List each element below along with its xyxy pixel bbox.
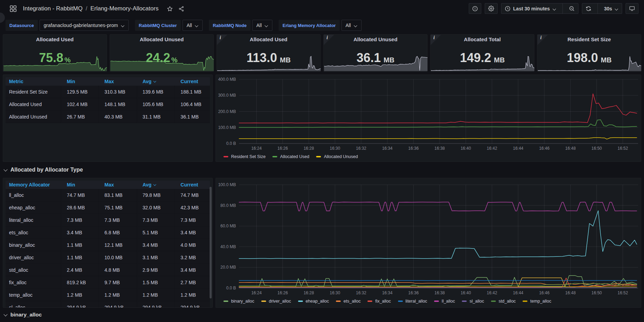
chevron-down-icon	[121, 24, 125, 27]
refresh-button[interactable]	[582, 3, 595, 14]
table-cell: 7.3 MB	[137, 214, 175, 226]
column-header-avg[interactable]: Avg	[137, 182, 175, 188]
stat-value-unit: MB	[601, 52, 611, 64]
refresh-group: 30s	[582, 3, 622, 14]
panel-info-corner[interactable]: i	[537, 35, 548, 45]
svg-text:16:34: 16:34	[382, 290, 392, 295]
svg-text:16:46: 16:46	[539, 290, 550, 295]
legend-item-ll_alloc[interactable]: ll_alloc	[434, 299, 455, 304]
table-cell: 1.1 MB	[61, 239, 99, 251]
column-header-min[interactable]: Min	[61, 79, 99, 84]
legend-series-swatch	[367, 301, 372, 302]
panel-info-corner[interactable]: i	[324, 35, 334, 45]
chart-plot[interactable]: 0.0 B100.0 MB200.0 MB300.0 MB400.0 MB16:…	[216, 75, 641, 162]
section-row-binary_alloc[interactable]: binary_alloc	[3, 312, 42, 318]
legend-item-allocated-used[interactable]: Allocated Used	[272, 154, 309, 159]
stat-value-number: 24.2	[146, 51, 170, 65]
legend-series-label: driver_alloc	[269, 299, 291, 304]
star-icon[interactable]	[167, 6, 173, 12]
table-row: sl_alloc294.9 kB294.9 kB294.9 kB294.9 kB	[6, 301, 210, 307]
table-scrollbar[interactable]	[210, 187, 212, 298]
table-row: eheap_alloc28.6 MB75.1 MB32.0 MB42.3 MB	[6, 201, 210, 214]
dashboard-insights-button[interactable]	[469, 3, 481, 14]
chevron-down-icon	[3, 313, 8, 317]
stat-value-unit: MB	[383, 52, 394, 64]
column-header-current[interactable]: Current	[175, 182, 210, 188]
apps-grid-icon[interactable]	[10, 5, 17, 12]
variable-value-dropdown[interactable]: All	[252, 20, 273, 31]
variable-label[interactable]: RabbitMQ Node	[209, 20, 251, 31]
column-header-label: Min	[67, 182, 75, 188]
table-cell-value: 32.0 MB	[143, 205, 161, 210]
allocator-table-panel: Memory AllocatorMinMaxAvgCurrentll_alloc…	[3, 178, 213, 308]
breadcrumb-parent-link[interactable]: Integration - RabbitMQ	[23, 5, 83, 12]
chart-plot[interactable]: 0.0 B20.0 MB40.0 MB60.0 MB80.0 MB100.0 M…	[216, 178, 641, 307]
legend-item-temp_alloc[interactable]: temp_alloc	[523, 299, 551, 304]
column-header-memory-allocator[interactable]: Memory Allocator	[6, 182, 61, 188]
share-icon[interactable]	[178, 6, 184, 12]
column-header-current[interactable]: Current	[175, 79, 210, 84]
variable-label[interactable]: Erlang Memory Allocator	[279, 20, 339, 31]
column-header-max[interactable]: Max	[99, 182, 137, 188]
dashboard-header: Integration - RabbitMQ / Erlang-Memory-A…	[0, 0, 644, 17]
legend-item-binary_alloc[interactable]: binary_alloc	[223, 299, 254, 304]
svg-text:60.0 MB: 60.0 MB	[220, 224, 236, 228]
legend-series-swatch	[336, 301, 341, 302]
legend-series-swatch	[316, 156, 321, 157]
variable-value-dropdown[interactable]: grafanacloud-gabrielantunes-prom	[40, 20, 129, 31]
table-cell: 74.7 MB	[61, 189, 99, 201]
zoom-out-button[interactable]	[566, 3, 578, 14]
table-cell-value: 294.9 kB	[67, 305, 86, 308]
stat-value-number: 113.0	[246, 51, 277, 65]
table-cell-value: 28.6 MB	[67, 205, 85, 210]
legend-series-label: binary_alloc	[231, 299, 254, 304]
column-header-min[interactable]: Min	[61, 182, 99, 188]
table-cell-metric: fix_alloc	[6, 276, 61, 289]
column-header-label: Metric	[9, 79, 23, 84]
variable-value-dropdown[interactable]: All	[341, 20, 362, 31]
svg-text:16:36: 16:36	[408, 146, 419, 151]
legend-item-ets_alloc[interactable]: ets_alloc	[336, 299, 361, 304]
dashboard-settings-button[interactable]	[485, 3, 498, 14]
table-cell-metric: literal_alloc	[6, 214, 61, 226]
variable-label[interactable]: RabbitMQ Cluster	[135, 20, 181, 31]
refresh-interval-picker[interactable]: 30s	[601, 3, 622, 14]
time-range-picker[interactable]: Last 30 minutes	[501, 3, 560, 14]
variable-label[interactable]: Datasource	[6, 20, 38, 31]
legend-item-allocated-unused[interactable]: Allocated Unused	[316, 154, 358, 159]
column-header-label: Current	[180, 182, 198, 188]
table-cell-value: 1.1 MB	[67, 242, 82, 248]
table-cell-value: 3.4 MB	[143, 242, 158, 248]
variable-rabbitmq-node: RabbitMQ NodeAll	[209, 20, 272, 31]
legend-item-sl_alloc[interactable]: sl_alloc	[462, 299, 484, 304]
legend-item-std_alloc[interactable]: std_alloc	[491, 299, 516, 304]
column-header-avg[interactable]: Avg	[137, 79, 175, 84]
legend-series-label: ll_alloc	[442, 299, 455, 304]
table-cell-value: 7.3 MB	[143, 217, 158, 223]
table-cell: 6.8 MB	[99, 226, 137, 239]
legend-item-resident-set-size[interactable]: Resident Set Size	[223, 154, 265, 159]
gear-icon	[488, 6, 494, 11]
section-row-allocated-by-allocator-type[interactable]: Allocated by Allocator Type	[3, 167, 83, 173]
legend-item-eheap_alloc[interactable]: eheap_alloc	[298, 299, 329, 304]
table-cell: 1.1 MB	[61, 251, 99, 264]
svg-text:100.0 MB: 100.0 MB	[218, 125, 236, 130]
column-header-metric[interactable]: Metric	[6, 79, 61, 84]
panel-info-corner[interactable]: i	[431, 35, 441, 45]
panel-info-corner[interactable]: i	[217, 35, 227, 45]
column-header-max[interactable]: Max	[99, 79, 137, 84]
table-cell: 31.1 MB	[137, 111, 175, 123]
variable-value-dropdown[interactable]: All	[183, 20, 203, 31]
stat-panel-4: iAllocated Unused36.1MB	[323, 34, 427, 72]
table-row: std_alloc2.4 MB4.8 MB2.9 MB3.4 MB	[6, 264, 210, 276]
kiosk-mode-button[interactable]	[626, 3, 638, 14]
stat-value: 149.2MB	[431, 45, 534, 71]
legend-item-literal_alloc[interactable]: literal_alloc	[398, 299, 427, 304]
legend-item-fix_alloc[interactable]: fix_alloc	[367, 299, 391, 304]
info-circle-icon	[472, 6, 478, 11]
table-cell: 1.2 MB	[175, 289, 210, 301]
stat-value-number: 36.1	[356, 51, 381, 65]
column-header-label: Current	[180, 79, 198, 84]
legend-item-driver_alloc[interactable]: driver_alloc	[261, 299, 291, 304]
svg-text:16:26: 16:26	[278, 290, 288, 295]
